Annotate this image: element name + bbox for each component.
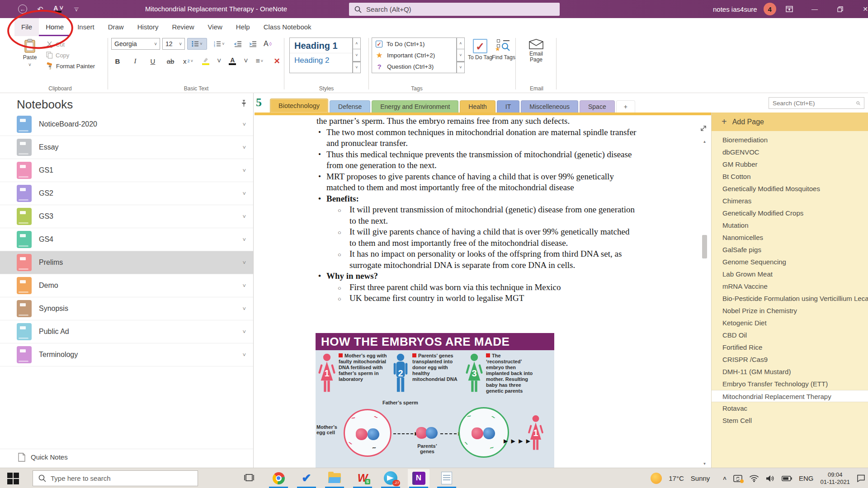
notebook-item-prelims[interactable]: Prelims˅ [0, 251, 253, 274]
section-search-input[interactable] [773, 100, 853, 107]
page-list-item-rotavac[interactable]: Rotavac [712, 402, 868, 414]
chevron-down-icon[interactable]: ˅ [242, 282, 246, 289]
back-icon[interactable]: ← [18, 5, 27, 14]
page-list-item-bt-cotton[interactable]: Bt Cotton [712, 170, 868, 183]
titlebar-search-input[interactable] [366, 5, 538, 13]
notebook-item-public-ad[interactable]: Public Ad˅ [0, 320, 253, 343]
weather-sun-icon[interactable] [651, 473, 662, 484]
chrome-icon[interactable] [268, 469, 289, 487]
ribbon-display-options-icon[interactable] [784, 4, 794, 14]
clear-formatting-button[interactable]: A◊ [261, 38, 274, 50]
highlight-button[interactable] [199, 55, 212, 67]
find-tags-button[interactable]: ★ Find Tags [491, 36, 516, 77]
ribbon-tab-history[interactable]: History [131, 18, 165, 36]
page-list-item-fortified-rice[interactable]: Fortified Rice [712, 341, 868, 353]
taskbar-search[interactable] [33, 470, 198, 486]
vertical-scrollbar[interactable]: ▲ ▼ [701, 137, 708, 468]
section-search[interactable] [769, 97, 864, 109]
start-button[interactable] [6, 472, 20, 485]
page-list-item-genetically-modified-mosquitoes[interactable]: Genetically Modified Mosquitoes [712, 183, 868, 195]
numbering-button[interactable]: 123 ˅ [209, 38, 229, 50]
section-tab-energy-and-environment[interactable]: Energy and Environment [372, 100, 458, 113]
full-page-view-icon[interactable] [699, 124, 708, 132]
undo-icon[interactable]: ↶ [35, 4, 45, 14]
chevron-down-icon[interactable]: ˅ [242, 144, 246, 151]
chevron-down-icon[interactable]: ˅ [242, 121, 246, 128]
ribbon-tab-help[interactable]: Help [229, 18, 257, 36]
tag-row-todo[interactable]: ✓To Do (Ctrl+1) [372, 38, 456, 50]
minimize-button[interactable]: — [810, 4, 820, 14]
email-page-button[interactable]: Email Page [524, 36, 549, 77]
restore-button[interactable] [835, 4, 845, 14]
chevron-down-icon[interactable]: ˅ [242, 328, 246, 335]
notebook-item-essay[interactable]: Essay˅ [0, 136, 253, 159]
quick-notes-button[interactable]: Quick Notes [0, 449, 253, 465]
section-tab-miscelleneous[interactable]: Miscelleneous [521, 100, 578, 113]
font-size-select[interactable]: 12˅ [162, 38, 185, 50]
wifi-icon[interactable] [749, 474, 759, 482]
bullets-button[interactable]: ˅ [187, 38, 207, 50]
section-tab-space[interactable]: Space [580, 100, 615, 113]
page-list-item-stem-cell[interactable]: Stem Cell [712, 414, 868, 427]
display-sync-icon[interactable] [733, 475, 742, 482]
section-tab-it[interactable]: IT [497, 100, 519, 113]
pin-icon[interactable] [240, 99, 248, 108]
notification-badge[interactable]: 4 [764, 3, 776, 15]
scrollbar-thumb[interactable] [702, 235, 707, 258]
font-color-icon[interactable]: A ˅ [53, 4, 63, 14]
page-list-item-mitochondrial-replacement-therapy[interactable]: Mitochondrial Replacement Therapy [712, 390, 868, 402]
speaker-icon[interactable] [766, 475, 775, 482]
tags-scroll[interactable]: ˄˅˅ [457, 38, 465, 73]
strikethrough-button[interactable]: ab [164, 55, 177, 67]
add-page-button[interactable]: + Add Page [712, 113, 868, 131]
page-list-item-nanomicelles[interactable]: Nanomicelles [712, 231, 868, 244]
telegram-icon[interactable]: ..27 [380, 469, 401, 487]
page-list-item-gm-rubber[interactable]: GM Rubber [712, 158, 868, 170]
page-list-item-chimeras[interactable]: Chimeras [712, 195, 868, 207]
section-tab-[interactable]: + [616, 100, 635, 113]
heading2-style[interactable]: Heading 2 [290, 53, 352, 65]
onenote-taskbar-icon[interactable]: N [408, 469, 429, 487]
ribbon-tab-review[interactable]: Review [165, 18, 201, 36]
clock[interactable]: 09:04 01-11-2021 [820, 471, 850, 486]
format-painter-button[interactable]: Format Painter [46, 61, 95, 71]
chevron-down-icon[interactable]: ˅ [242, 352, 246, 358]
notebook-item-terminology[interactable]: Terminology˅ [0, 343, 253, 366]
increase-indent-button[interactable] [246, 38, 259, 50]
tag-row-important[interactable]: ★Important (Ctrl+2) [372, 50, 456, 61]
paragraph-alignment-button[interactable]: ≡˅ [253, 55, 266, 67]
close-button[interactable]: ✕ [860, 4, 868, 14]
page-list-item-genetically-modified-crops[interactable]: Genetically Modified Crops [712, 207, 868, 219]
notebook-item-synopsis[interactable]: Synopsis˅ [0, 297, 253, 320]
chevron-down-icon[interactable]: ˅ [242, 236, 246, 243]
tray-expand-icon[interactable]: ˄ [723, 475, 726, 482]
page-list-item-genome-sequencing[interactable]: Genome Sequencing [712, 256, 868, 268]
embryo-infographic-image[interactable]: HOW THE EMBRYOS ARE MADE 1Mother’s egg w… [316, 333, 554, 468]
taskbar-search-input[interactable] [51, 474, 192, 482]
page-list-item-galsafe-pigs[interactable]: GalSafe pigs [712, 244, 868, 256]
page-list-item-bioremediation[interactable]: Bioremediation [712, 134, 868, 146]
section-tab-health[interactable]: Health [460, 100, 495, 113]
page-list-item-lab-grown-meat[interactable]: Lab Grown Meat [712, 268, 868, 280]
notebook-item-gs4[interactable]: GS4˅ [0, 228, 253, 251]
customize-qat-icon[interactable]: —˅ [71, 4, 81, 14]
weather-condition[interactable]: Sunny [691, 474, 710, 482]
ribbon-tab-insert[interactable]: Insert [71, 18, 101, 36]
chevron-down-icon[interactable]: ˅ [242, 305, 246, 312]
scroll-up-icon[interactable]: ▲ [701, 137, 708, 145]
section-tab-defense[interactable]: Defense [330, 100, 370, 113]
ribbon-tab-home[interactable]: Home [39, 18, 71, 36]
subscript-button[interactable]: x2˅ [182, 55, 194, 67]
chevron-down-icon[interactable]: ˅ [242, 167, 246, 174]
page-text[interactable]: the partner’s sperm. Thus the embryo rem… [316, 116, 637, 304]
page-list-item-nobel-prize-in-chemistry[interactable]: Nobel Prize in Chemistry [712, 305, 868, 317]
page-list-item-mrna-vaccine[interactable]: mRNA Vaccine [712, 280, 868, 292]
paste-button[interactable]: Paste ˅ [17, 36, 42, 77]
cut-button[interactable]: Cut [46, 39, 65, 50]
ribbon-tab-draw[interactable]: Draw [101, 18, 131, 36]
scroll-down-icon[interactable]: ▼ [701, 460, 708, 468]
section-tab-biotechnology[interactable]: Biotechnology [270, 99, 328, 113]
page-list-item-embryo-transfer-technology-ett[interactable]: Embryo Transfer Technology (ETT) [712, 378, 868, 390]
page-list-item-crispr-cas9[interactable]: CRISPR /Cas9 [712, 353, 868, 366]
page-list-item-dmh-11-gm-mustard[interactable]: DMH-11 (GM Mustard) [712, 366, 868, 378]
